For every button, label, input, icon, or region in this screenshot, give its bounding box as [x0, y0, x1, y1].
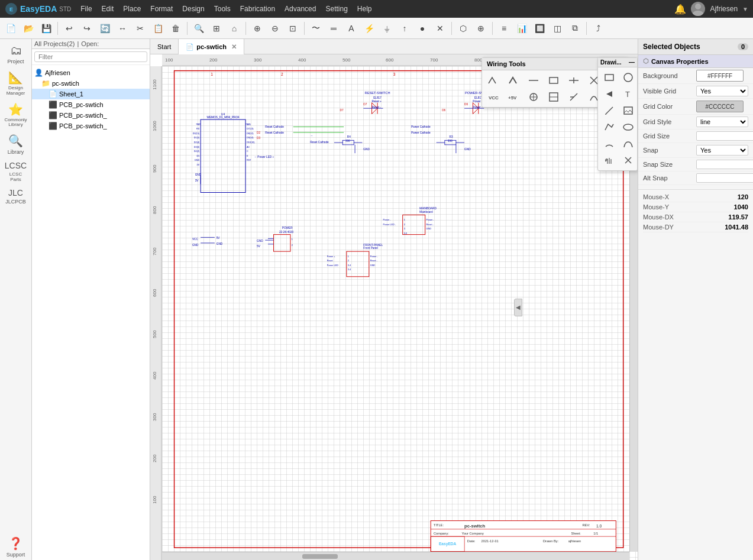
filter-input[interactable]: [34, 51, 147, 62]
username-dropdown-icon[interactable]: ▼: [742, 6, 748, 12]
wire-button[interactable]: 〜: [308, 20, 324, 37]
sidebar-item-project[interactable]: 🗂 Project: [2, 41, 30, 67]
drawing-panel-header[interactable]: Drawi... —: [598, 58, 637, 67]
visible-grid-select[interactable]: Yes No: [696, 86, 748, 96]
annotate-button[interactable]: ⊕: [473, 20, 489, 37]
copy-button[interactable]: 📋: [150, 20, 166, 37]
username-label[interactable]: Ajfriesen: [710, 5, 738, 13]
wt-junction-btn[interactable]: [545, 89, 563, 105]
no-connect-button[interactable]: ✕: [432, 20, 448, 37]
netlabel-button[interactable]: A: [343, 20, 360, 37]
layers-button[interactable]: ⧉: [567, 20, 583, 37]
cut-button[interactable]: ✂: [132, 20, 148, 37]
share-button[interactable]: ⤴: [590, 20, 606, 37]
rotate-button[interactable]: 🔄: [96, 20, 113, 37]
zoom-fit-button[interactable]: ⊡: [285, 20, 301, 37]
dt-connect-btn[interactable]: [619, 153, 637, 168]
snap-size-input[interactable]: 5: [696, 160, 753, 169]
tree-item-pcb3[interactable]: ⬛ PCB_pc-swtich_: [32, 121, 150, 131]
crossref-button[interactable]: ⊞: [208, 20, 225, 37]
wt-cross-btn[interactable]: [525, 89, 542, 105]
netlist-button[interactable]: ≡: [496, 20, 512, 37]
canvas-content[interactable]: 1 2 3 4 5 RESET-SWITCH EL817 D7: [162, 66, 638, 560]
new-file-button[interactable]: 📄: [2, 20, 19, 37]
dt-hand-btn[interactable]: [600, 153, 618, 168]
grid-style-select[interactable]: line dot: [696, 116, 748, 127]
wt-bus-btn[interactable]: [505, 73, 522, 88]
menu-place[interactable]: Place: [118, 0, 146, 18]
right-panel-collapse-button[interactable]: ◀: [514, 299, 522, 316]
alt-snap-input[interactable]: 5: [696, 173, 753, 183]
redo-button[interactable]: ↪: [79, 20, 95, 37]
undo-button[interactable]: ↩: [61, 20, 77, 37]
notification-bell-icon[interactable]: 🔔: [674, 4, 686, 15]
grid-color-picker[interactable]: #CCCCCC: [696, 101, 744, 112]
menu-fabrication[interactable]: Fabrication: [235, 0, 280, 18]
component-button[interactable]: ⬡: [455, 20, 471, 37]
dt-ellipse-btn[interactable]: [619, 119, 637, 135]
tab-start[interactable]: Start: [150, 39, 179, 54]
open-tab[interactable]: Open:: [81, 40, 99, 47]
power-button[interactable]: ⚡: [361, 20, 377, 37]
dt-rect-btn[interactable]: [600, 70, 618, 85]
dt-image-btn[interactable]: [619, 103, 637, 118]
sidebar-item-jlcpcb[interactable]: JLC JLCPCB: [2, 186, 30, 207]
wt-vcc-btn[interactable]: VCC: [484, 89, 502, 105]
tree-item-project[interactable]: 📁 pc-swtich: [32, 78, 150, 89]
vcc-button[interactable]: ↑: [396, 20, 413, 37]
schematic-canvas[interactable]: 100 200 300 400 500 600 700 800 900 1000…: [150, 54, 638, 560]
wt-hline-btn[interactable]: [565, 73, 583, 88]
delete-button[interactable]: 🗑: [167, 20, 184, 37]
find-button[interactable]: 🔍: [190, 20, 207, 37]
dt-polyline-btn[interactable]: [600, 119, 618, 135]
wt-xmark-btn[interactable]: [565, 89, 583, 105]
sidebar-item-design-manager[interactable]: 📐 Design Manager: [2, 68, 30, 99]
all-projects-tab[interactable]: All Projects(2): [34, 40, 75, 47]
tree-item-pcb2[interactable]: ⬛ PCB_pc-swtich_: [32, 110, 150, 121]
drawing-panel-close-icon[interactable]: —: [629, 59, 635, 66]
menu-help[interactable]: Help: [353, 0, 377, 18]
menu-file[interactable]: File: [76, 0, 96, 18]
link-button[interactable]: ⌂: [226, 20, 243, 37]
dt-arrow-btn[interactable]: [600, 86, 618, 102]
sidebar-item-lcsc[interactable]: LCSC LCSC Parts: [2, 158, 30, 184]
menu-setting[interactable]: Setting: [321, 0, 352, 18]
menu-format[interactable]: Format: [146, 0, 177, 18]
tree-item-sheet1[interactable]: 📄 Sheet_1: [32, 89, 150, 99]
tree-item-user[interactable]: 👤 Ajfriesen: [32, 67, 150, 78]
grid-size-input[interactable]: 5: [696, 131, 753, 141]
zoom-out-button[interactable]: ⊖: [267, 20, 283, 37]
dt-arc-btn[interactable]: [600, 136, 618, 151]
convert-pcb-button[interactable]: 🔲: [531, 20, 548, 37]
menu-advanced[interactable]: Advanced: [280, 0, 321, 18]
bom-button[interactable]: 📊: [513, 20, 530, 37]
sidebar-item-commonly-library[interactable]: ⭐ Commonly Library: [2, 100, 30, 131]
snap-select[interactable]: Yes No: [696, 145, 748, 156]
tab-close-icon[interactable]: ✕: [231, 39, 237, 54]
dt-circle-btn[interactable]: [619, 70, 637, 85]
dt-pencil-btn[interactable]: [600, 103, 618, 118]
dt-bezier-btn[interactable]: [619, 136, 637, 151]
pcb-button[interactable]: ◫: [549, 20, 565, 37]
sidebar-item-support[interactable]: ❓ Support: [2, 534, 30, 560]
sidebar-item-library[interactable]: 🔍 Library: [2, 131, 30, 157]
gnd-button[interactable]: ⏚: [379, 20, 395, 37]
tab-pc-swtich[interactable]: 📄 pc-swtich ✕: [179, 39, 244, 54]
open-file-button[interactable]: 📂: [20, 20, 37, 37]
junction-button[interactable]: ●: [414, 20, 431, 37]
user-avatar[interactable]: [691, 2, 705, 16]
zoom-in-button[interactable]: ⊕: [249, 20, 266, 37]
flip-h-button[interactable]: ↔: [114, 20, 131, 37]
save-button[interactable]: 💾: [38, 20, 54, 37]
wt-5v-btn[interactable]: +5V: [505, 89, 522, 105]
horizontal-scrollbar[interactable]: [162, 552, 629, 560]
dt-text-btn[interactable]: T: [619, 86, 637, 102]
background-color-picker[interactable]: #FFFFFF: [696, 70, 744, 82]
wt-line-btn[interactable]: [525, 73, 542, 88]
menu-tools[interactable]: Tools: [209, 0, 235, 18]
wt-rect-btn[interactable]: [545, 73, 563, 88]
tree-item-pcb1[interactable]: ⬛ PCB_pc-swtich: [32, 99, 150, 110]
menu-edit[interactable]: Edit: [97, 0, 119, 18]
menu-design[interactable]: Design: [177, 0, 209, 18]
bus-button[interactable]: ═: [325, 20, 342, 37]
